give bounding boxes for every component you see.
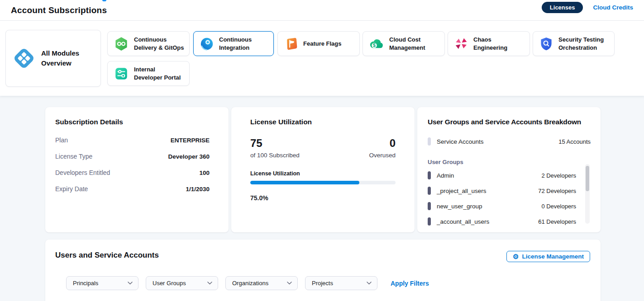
detail-row-expiry-date: Expiry Date 1/1/2030 xyxy=(55,181,210,197)
header-tabs: Licenses Cloud Credits xyxy=(542,2,633,13)
principals-filter-dropdown[interactable]: Principals xyxy=(66,276,138,290)
module-card-cloud-cost[interactable]: $ Cloud Cost Management xyxy=(363,31,445,56)
module-card-chaos-engineering[interactable]: Chaos Engineering xyxy=(448,31,530,56)
module-label: Security Testing Orchestration xyxy=(558,36,610,52)
chaos-engineering-icon xyxy=(454,37,468,51)
svg-text:$: $ xyxy=(373,42,376,48)
filter-label: Projects xyxy=(312,280,333,287)
module-label: Continuous Delivery & GitOps xyxy=(134,36,185,52)
group-label: _account_all_users xyxy=(437,218,489,225)
usage-summary: 75 of 100 Subscribed 0 Overused xyxy=(250,138,396,159)
detail-value: Developer 360 xyxy=(168,153,210,160)
license-utilization-bar-fill xyxy=(250,181,359,184)
group-bar-icon xyxy=(428,171,431,179)
filters-row: Principals User Groups Organizations Pro… xyxy=(66,276,429,290)
filter-label: Principals xyxy=(73,280,98,287)
all-modules-overview-card[interactable]: All Modules Overview xyxy=(5,30,101,87)
license-management-label: License Management xyxy=(522,253,584,260)
cd-gitops-icon xyxy=(114,36,129,52)
group-bar-icon xyxy=(428,187,431,195)
utilization-bar-track xyxy=(250,181,396,184)
overused-count: 0 xyxy=(369,138,396,149)
module-label: Chaos Engineering xyxy=(473,36,525,52)
module-card-continuous-integration[interactable]: Continuous Integration xyxy=(193,31,274,56)
gear-icon: ⚙ xyxy=(513,253,519,260)
module-label: Feature Flags xyxy=(303,40,342,48)
users-card-header: Users and Service Accounts ⚙ License Man… xyxy=(55,251,590,262)
detail-label: License Type xyxy=(55,153,92,160)
filter-label: User Groups xyxy=(153,280,186,287)
licenses-button[interactable]: Licenses xyxy=(542,2,583,13)
group-bar-icon xyxy=(428,202,431,210)
account-subscriptions-page: Account Subscriptions Licenses Cloud Cre… xyxy=(0,0,644,301)
top-indicator-fragment xyxy=(102,0,106,1)
group-value: 72 Developers xyxy=(538,188,576,194)
all-modules-label: All Modules Overview xyxy=(41,48,94,68)
detail-value: ENTERPRISE xyxy=(171,137,210,144)
group-label: _project_all_users xyxy=(437,188,487,194)
module-label: Internal Developer Portal xyxy=(134,66,185,82)
group-row-new-user-group: new_user_group 0 Developers xyxy=(428,198,576,214)
detail-label: Developers Entitled xyxy=(55,169,110,176)
used-caption: of 100 Subscribed xyxy=(250,152,300,159)
service-accounts-row: Service Accounts 15 Accounts xyxy=(428,134,591,149)
license-utilization-title: License Utilization xyxy=(250,118,396,126)
detail-label: Expiry Date xyxy=(55,185,88,193)
group-value: 2 Developers xyxy=(541,172,576,179)
utilization-percent: 75.0% xyxy=(250,194,396,202)
module-card-continuous-delivery[interactable]: Continuous Delivery & GitOps xyxy=(107,31,190,56)
page-header: Account Subscriptions Licenses Cloud Cre… xyxy=(0,0,644,21)
group-row-project-all-users: _project_all_users 72 Developers xyxy=(428,183,576,198)
detail-row-plan: Plan ENTERPRISE xyxy=(55,132,210,148)
group-row-account-all-users: _account_all_users 61 Developers xyxy=(428,214,576,229)
users-and-service-accounts-card: Users and Service Accounts ⚙ License Man… xyxy=(45,240,601,301)
filter-label: Organizations xyxy=(232,280,268,287)
overused-column: 0 Overused xyxy=(369,138,396,159)
module-card-internal-developer-portal[interactable]: Internal Developer Portal xyxy=(107,61,190,86)
module-card-security-testing[interactable]: Security Testing Orchestration xyxy=(533,31,615,56)
breakdown-scrollbar-track[interactable] xyxy=(585,164,590,224)
detail-value: 1/1/2030 xyxy=(186,186,210,193)
group-value: 0 Developers xyxy=(541,203,576,210)
detail-row-license-type: License Type Developer 360 xyxy=(55,148,210,165)
group-label: Admin xyxy=(437,172,454,179)
group-value: 61 Developers xyxy=(538,218,576,225)
service-accounts-value: 15 Accounts xyxy=(558,138,591,145)
security-testing-icon xyxy=(539,37,553,51)
utilization-bar-label: License Utilization xyxy=(250,170,396,177)
module-label: Continuous Integration xyxy=(219,36,269,52)
projects-filter-dropdown[interactable]: Projects xyxy=(305,276,377,290)
chevron-down-icon xyxy=(207,282,212,285)
module-card-feature-flags[interactable]: Feature Flags xyxy=(277,31,360,56)
license-utilization-card: License Utilization 75 of 100 Subscribed… xyxy=(231,107,415,232)
group-row-admin: Admin 2 Developers xyxy=(428,168,576,183)
user-groups-filter-dropdown[interactable]: User Groups xyxy=(146,276,218,290)
apply-filters-link[interactable]: Apply Filters xyxy=(391,280,429,287)
group-bar-icon xyxy=(428,217,431,226)
internal-developer-portal-icon xyxy=(114,66,129,81)
used-column: 75 of 100 Subscribed xyxy=(250,138,300,159)
license-management-button[interactable]: ⚙ License Management xyxy=(506,251,590,262)
organizations-filter-dropdown[interactable]: Organizations xyxy=(225,276,298,290)
detail-row-developers-entitled: Developers Entitled 100 xyxy=(55,165,210,181)
subscription-details-card: Subscription Details Plan ENTERPRISE Lic… xyxy=(45,107,229,232)
breakdown-title: User Groups and Service Accounts Breakdo… xyxy=(428,118,591,126)
service-accounts-label: Service Accounts xyxy=(437,138,484,145)
detail-value: 100 xyxy=(199,169,210,176)
cloud-cost-icon: $ xyxy=(369,36,384,52)
all-modules-icon xyxy=(12,47,36,70)
modules-strip: All Modules Overview Continuous Delivery… xyxy=(0,21,644,96)
user-groups-list[interactable]: Admin 2 Developers _project_all_users 72… xyxy=(428,168,591,229)
detail-label: Plan xyxy=(55,136,68,144)
page-title: Account Subscriptions xyxy=(11,5,107,15)
content-area: Subscription Details Plan ENTERPRISE Lic… xyxy=(0,96,644,301)
subscription-details-title: Subscription Details xyxy=(55,118,210,126)
breakdown-scrollbar-thumb[interactable] xyxy=(586,166,589,191)
chevron-down-icon xyxy=(128,282,133,285)
service-accounts-bar-icon xyxy=(428,137,431,146)
cloud-credits-link[interactable]: Cloud Credits xyxy=(593,4,633,11)
feature-flags-icon xyxy=(284,37,298,51)
continuous-integration-icon xyxy=(200,37,214,51)
users-card-title: Users and Service Accounts xyxy=(55,251,159,260)
module-label: Cloud Cost Management xyxy=(389,36,440,52)
